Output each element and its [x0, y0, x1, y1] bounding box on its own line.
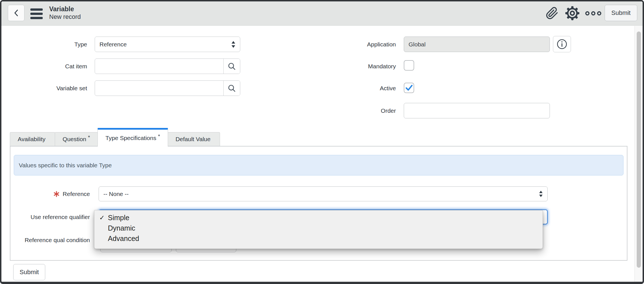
tab-availability[interactable]: Availability [10, 132, 55, 146]
info-icon [556, 39, 568, 50]
checkmark-icon [405, 85, 413, 91]
type-select-value: Reference [99, 41, 231, 48]
application-field: Global [404, 37, 550, 52]
required-icon [53, 191, 60, 197]
tab-strip: Availability Question* Type Specificatio… [10, 128, 220, 146]
use-reference-qualifier-label: Use reference qualifier [10, 209, 90, 224]
use-reference-qualifier-dropdown: ✓ Simple Dynamic Advanced [94, 210, 543, 249]
reference-select[interactable]: -- None -- [99, 186, 548, 201]
paperclip-icon [546, 6, 559, 20]
variable-set-label: Variable set [1, 80, 87, 96]
settings-button[interactable] [564, 5, 580, 21]
mandatory-label: Mandatory [310, 58, 396, 74]
order-label: Order [310, 103, 396, 118]
dropdown-option-dynamic[interactable]: Dynamic [94, 223, 543, 233]
form-header: Variable New record [1, 1, 643, 26]
mandatory-checkbox[interactable] [404, 60, 414, 71]
selected-check-icon: ✓ [97, 214, 107, 222]
application-label: Application [310, 37, 396, 52]
select-spinner-icon [231, 41, 235, 48]
scrollbar-thumb[interactable] [637, 31, 641, 268]
hamburger-icon [30, 8, 43, 11]
search-icon [228, 62, 236, 71]
header-submit-button[interactable]: Submit [605, 5, 637, 21]
header-title-block: Variable New record [49, 5, 81, 21]
more-options-button[interactable] [585, 5, 601, 21]
type-specifications-panel: Values specific to this variable Type Re… [10, 146, 627, 261]
select-spinner-icon [539, 190, 543, 197]
cat-item-label: Cat item [1, 58, 87, 74]
type-label: Type [1, 37, 87, 52]
application-value: Global [409, 41, 426, 48]
variable-form-window: Variable New record [0, 0, 644, 284]
reference-label: Reference [63, 186, 90, 201]
application-info-button[interactable] [553, 36, 571, 52]
order-input[interactable] [404, 103, 550, 118]
page-subtitle: New record [49, 13, 81, 21]
variable-set-lookup-button[interactable] [223, 81, 240, 96]
back-button[interactable] [8, 5, 24, 21]
footer-submit-button[interactable]: Submit [13, 264, 45, 280]
variable-set-input[interactable] [95, 81, 223, 96]
dropdown-option-simple[interactable]: ✓ Simple [94, 213, 543, 223]
reference-qual-condition-label: Reference qual condition [10, 233, 90, 247]
gear-icon [565, 6, 580, 21]
context-menu-button[interactable] [30, 8, 43, 19]
page-title: Variable [49, 5, 81, 13]
reference-select-value: -- None -- [103, 191, 539, 197]
active-label: Active [310, 80, 396, 96]
search-icon [228, 84, 236, 93]
info-message: Values specific to this variable Type [14, 155, 623, 175]
dropdown-option-advanced[interactable]: Advanced [94, 233, 543, 244]
active-checkbox[interactable] [404, 83, 414, 93]
tab-default-value[interactable]: Default Value [168, 132, 220, 146]
attachment-button[interactable] [544, 5, 560, 21]
tab-question[interactable]: Question* [55, 132, 98, 146]
ellipsis-icon [585, 11, 601, 15]
cat-item-lookup-button[interactable] [223, 59, 240, 74]
variable-set-field [95, 80, 240, 96]
cat-item-input[interactable] [95, 59, 223, 74]
reference-label-row: Reference [10, 186, 90, 201]
vertical-scrollbar[interactable] [634, 26, 643, 282]
cat-item-field [95, 58, 240, 74]
tab-type-specifications[interactable]: Type Specifications* [97, 128, 168, 146]
chevron-left-icon [13, 9, 20, 17]
type-select[interactable]: Reference [95, 37, 240, 52]
